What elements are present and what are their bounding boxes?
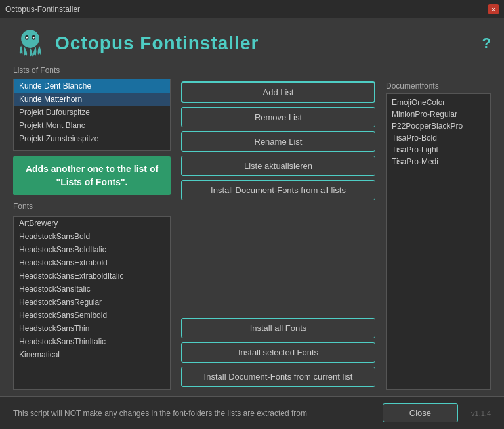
font-list-item[interactable]: Kinematical bbox=[14, 348, 170, 361]
svg-point-0 bbox=[21, 30, 39, 48]
list-item[interactable]: Kunde Dent Blanche bbox=[14, 79, 170, 93]
fonts-section-label: Fonts bbox=[13, 202, 171, 211]
doc-font-item[interactable]: P22PooperBlackPro bbox=[387, 120, 490, 132]
footer-right: Close v1.1.4 bbox=[383, 403, 491, 422]
font-list-item[interactable]: HeadstockSansItalic bbox=[14, 282, 170, 296]
lists-of-fonts-listbox[interactable]: Kunde Dent Blanche Kunde Matterhorn Proj… bbox=[13, 79, 171, 151]
title-bar-title: Octopus-Fontinstaller bbox=[5, 5, 80, 14]
install-document-fonts-all-lists-button[interactable]: Install Document-Fonts from all lists bbox=[181, 180, 375, 200]
font-list-item[interactable]: HeadstockSansExtrabold bbox=[14, 256, 170, 269]
font-list-item[interactable]: HeadstockSansBoldItalic bbox=[14, 243, 170, 256]
octopus-icon bbox=[13, 26, 47, 60]
add-list-button[interactable]: Add List bbox=[181, 81, 375, 103]
font-list-item[interactable]: HeadstockSansThinItalic bbox=[14, 335, 170, 348]
list-item[interactable]: Projekt Dufourspitze bbox=[14, 106, 170, 119]
tooltip-box: Adds another one to the list of "Lists o… bbox=[13, 156, 171, 195]
doc-font-item[interactable]: EmojiOneColor bbox=[387, 97, 490, 108]
close-button[interactable]: Close bbox=[383, 403, 458, 422]
install-document-fonts-current-list-button[interactable]: Install Document-Fonts from current list bbox=[181, 367, 375, 387]
footer-info-text: This script will NOT make any changes in… bbox=[13, 409, 307, 418]
middle-panel: Add List Remove List Rename List Liste a… bbox=[181, 66, 375, 390]
title-bar-left: Octopus-Fontinstaller bbox=[5, 5, 80, 14]
font-list-item[interactable]: HeadstockSansExtraboldItalic bbox=[14, 269, 170, 282]
close-window-button[interactable]: × bbox=[488, 4, 499, 14]
title-bar: Octopus-Fontinstaller × bbox=[0, 0, 504, 18]
help-icon[interactable]: ? bbox=[482, 35, 491, 52]
right-panel: Documentfonts EmojiOneColor MinionPro-Re… bbox=[386, 66, 491, 390]
fonts-listbox[interactable]: ArtBrewery HeadstockSansBold HeadstockSa… bbox=[13, 216, 171, 390]
font-list-item[interactable]: ArtBrewery bbox=[14, 217, 170, 230]
doc-font-item[interactable]: TisaPro-Medi bbox=[387, 156, 490, 168]
documentfonts-label: Documentfonts bbox=[386, 81, 491, 91]
font-list-item[interactable]: HeadstockSansRegular bbox=[14, 296, 170, 309]
svg-point-4 bbox=[33, 37, 35, 39]
app-title: Octopus Fontinstaller bbox=[55, 33, 259, 54]
lists-of-fonts-label: Lists of Fonts bbox=[13, 66, 171, 75]
bottom-button-group: Install all Fonts Install selected Fonts… bbox=[181, 318, 375, 390]
svg-point-3 bbox=[26, 37, 28, 39]
documentfonts-listbox[interactable]: EmojiOneColor MinionPro-Regular P22Poope… bbox=[386, 93, 491, 390]
version-label: v1.1.4 bbox=[471, 409, 491, 417]
main-content: Lists of Fonts Kunde Dent Blanche Kunde … bbox=[0, 66, 504, 396]
doc-font-item[interactable]: MinionPro-Regular bbox=[387, 108, 490, 120]
list-item[interactable]: Projekt Zumsteinspitze bbox=[14, 132, 170, 145]
left-panel: Lists of Fonts Kunde Dent Blanche Kunde … bbox=[13, 66, 171, 390]
font-list-item[interactable]: HeadstockSansBold bbox=[14, 230, 170, 243]
doc-font-item[interactable]: TisaPro-Light bbox=[387, 144, 490, 156]
font-list-item[interactable]: HeadstockSansThin bbox=[14, 322, 170, 335]
install-all-fonts-button[interactable]: Install all Fonts bbox=[181, 318, 375, 338]
top-button-group: Add List Remove List Rename List Liste a… bbox=[181, 81, 375, 200]
footer: This script will NOT make any changes in… bbox=[0, 396, 504, 429]
list-item[interactable]: Projekt Mont Blanc bbox=[14, 119, 170, 132]
remove-list-button[interactable]: Remove List bbox=[181, 107, 375, 127]
rename-list-button[interactable]: Rename List bbox=[181, 131, 375, 152]
liste-aktualisieren-button[interactable]: Liste aktualisieren bbox=[181, 156, 375, 176]
install-selected-fonts-button[interactable]: Install selected Fonts bbox=[181, 342, 375, 363]
doc-font-item[interactable]: TisaPro-Bold bbox=[387, 132, 490, 144]
app-header: Octopus Fontinstaller ? bbox=[0, 18, 504, 66]
app-window: Octopus Fontinstaller ? Lists of Fonts K… bbox=[0, 18, 504, 429]
list-item[interactable]: Kunde Matterhorn bbox=[14, 93, 170, 106]
font-list-item[interactable]: HeadstockSansSemibold bbox=[14, 309, 170, 322]
